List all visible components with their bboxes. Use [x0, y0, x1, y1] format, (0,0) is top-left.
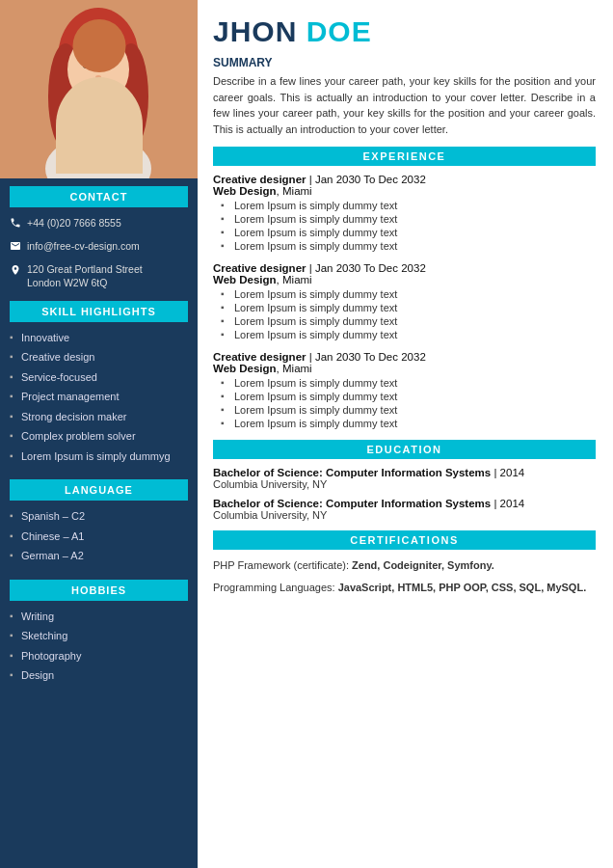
profile-photo: [0, 0, 198, 178]
exp-title-2: Creative designer | Jan 2030 To Dec 2032: [213, 262, 596, 274]
first-name: JHON: [213, 15, 297, 47]
list-item: Lorem Ipsum is simply dummyg: [10, 447, 188, 467]
phone-value: +44 (0)20 7666 8555: [27, 216, 121, 231]
svg-rect-0: [0, 0, 198, 178]
list-item: Lorem Ipsum is simply dummy text: [221, 328, 596, 341]
exp-bullets-2: Lorem Ipsum is simply dummy text Lorem I…: [213, 287, 596, 341]
list-item: Spanish – C2: [10, 506, 188, 527]
experience-entry-1: Creative designer | Jan 2030 To Dec 2032…: [213, 174, 596, 253]
list-item: Lorem Ipsum is simply dummy text: [221, 417, 596, 430]
svg-rect-6: [88, 100, 109, 120]
svg-point-9: [95, 75, 101, 79]
list-item: Project management: [10, 387, 188, 407]
svg-point-5: [45, 135, 151, 178]
list-item: Innovative: [10, 328, 188, 348]
list-item: Service-focused: [10, 367, 188, 388]
list-item: Lorem Ipsum is simply dummy text: [221, 199, 596, 212]
sidebar: CONTACT +44 (0)20 7666 8555 info@free-cv…: [0, 0, 198, 868]
list-item: Lorem Ipsum is simply dummy text: [221, 376, 596, 390]
exp-title-1: Creative designer | Jan 2030 To Dec 2032: [213, 174, 596, 185]
email-value: info@free-cv-design.com: [27, 239, 140, 254]
summary-text: Describe in a few lines your career path…: [213, 73, 596, 137]
list-item: Strong decision maker: [10, 407, 188, 427]
svg-point-10: [91, 84, 106, 90]
list-item: Design: [10, 665, 188, 686]
svg-point-8: [106, 63, 114, 68]
svg-point-2: [48, 43, 83, 149]
list-item: Writing: [10, 607, 188, 627]
list-item: Photography: [10, 646, 188, 666]
education-entry-2: Bachelor of Science: Computer Informatio…: [213, 498, 596, 521]
education-section-header: EDUCATION: [213, 440, 596, 459]
certifications-section-header: CERTIFICATIONS: [213, 530, 596, 550]
list-item: Lorem Ipsum is simply dummy text: [221, 403, 596, 417]
svg-point-7: [83, 63, 91, 68]
language-title: LANGUAGE: [10, 479, 188, 501]
exp-subtitle-2: Web Design, Miami: [213, 274, 596, 285]
list-item: Lorem Ipsum is simply dummy text: [221, 239, 596, 253]
exp-bullets-3: Lorem Ipsum is simply dummy text Lorem I…: [213, 376, 596, 430]
skills-list: Innovative Creative design Service-focus…: [0, 328, 198, 473]
email-item: info@free-cv-design.com: [0, 236, 198, 259]
list-item: Lorem Ipsum is simply dummy text: [221, 301, 596, 314]
hobbies-title: HOBBIES: [10, 580, 188, 601]
list-item: Lorem Ipsum is simply dummy text: [221, 390, 596, 403]
phone-icon: [10, 217, 21, 233]
address-item: 120 Great Portland Street London W2W 6tQ: [0, 259, 198, 293]
cert-programming: Programming Languages: JavaScript, HTML5…: [213, 580, 596, 596]
full-name: JHON DOE: [213, 17, 596, 46]
edu-title-2: Bachelor of Science: Computer Informatio…: [213, 498, 596, 509]
address-value: 120 Great Portland Street London W2W 6tQ: [27, 262, 143, 290]
cert-php: PHP Framework (certificate): Zend, Codei…: [213, 557, 596, 574]
list-item: Lorem Ipsum is simply dummy text: [221, 314, 596, 328]
contact-title: CONTACT: [10, 186, 188, 207]
list-item: Lorem Ipsum is simply dummy text: [221, 287, 596, 301]
svg-point-3: [114, 43, 148, 149]
edu-school-1: Columbia University, NY: [213, 478, 596, 490]
list-item: Lorem Ipsum is simply dummy text: [221, 226, 596, 239]
edu-title-1: Bachelor of Science: Computer Informatio…: [213, 467, 596, 478]
phone-item: +44 (0)20 7666 8555: [0, 213, 198, 236]
education-entry-1: Bachelor of Science: Computer Informatio…: [213, 467, 596, 490]
list-item: German – A2: [10, 546, 188, 566]
name-block: JHON DOE: [213, 17, 596, 46]
list-item: Sketching: [10, 626, 188, 646]
last-name-text: DOE: [306, 15, 372, 47]
location-icon: [10, 263, 21, 282]
list-item: Chinese – A1: [10, 527, 188, 547]
edu-school-2: Columbia University, NY: [213, 509, 596, 521]
hobbies-list: Writing Sketching Photography Design: [0, 607, 198, 692]
experience-entry-2: Creative designer | Jan 2030 To Dec 2032…: [213, 262, 596, 341]
list-item: Complex problem solver: [10, 426, 188, 447]
language-list: Spanish – C2 Chinese – A1 German – A2: [0, 506, 198, 572]
exp-subtitle-1: Web Design, Miami: [213, 185, 596, 197]
list-item: Creative design: [10, 347, 188, 367]
main-content: JHON DOE SUMMARY Describe in a few lines…: [198, 0, 613, 868]
skills-title: SKILL HIGHLIGHTS: [10, 301, 188, 322]
experience-section-header: EXPERIENCE: [213, 147, 596, 166]
experience-entry-3: Creative designer | Jan 2030 To Dec 2032…: [213, 351, 596, 430]
exp-bullets-1: Lorem Ipsum is simply dummy text Lorem I…: [213, 199, 596, 253]
exp-title-3: Creative designer | Jan 2030 To Dec 2032: [213, 351, 596, 363]
email-icon: [10, 240, 21, 257]
svg-point-4: [67, 35, 129, 104]
exp-subtitle-3: Web Design, Miami: [213, 363, 596, 374]
summary-title: SUMMARY: [213, 56, 596, 69]
list-item: Lorem Ipsum is simply dummy text: [221, 212, 596, 226]
